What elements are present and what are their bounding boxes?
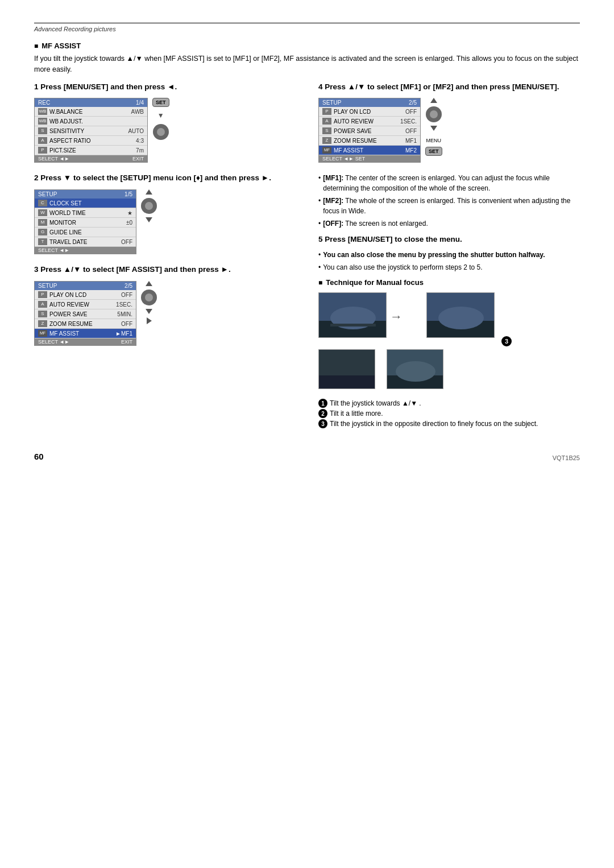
arrow-down-icon	[146, 309, 152, 314]
wb-icon: WB	[38, 108, 47, 115]
arrow-down-icon	[146, 217, 152, 222]
set-button[interactable]: SET	[425, 147, 442, 156]
page-number: 60	[34, 452, 44, 461]
focus-num-3: 3	[501, 336, 512, 346]
zoom2-icon: Z	[322, 137, 331, 144]
monitor-icon: M	[38, 219, 47, 226]
menu-row-mf-assist: MF MF ASSIST ►MF1	[35, 329, 136, 338]
menu-row: A AUTO REVIEW 1SEC.	[35, 300, 136, 309]
menu-row: M MONITOR ±0	[35, 218, 136, 228]
step5-heading: 5 Press [MENU/SET] to close the menu.	[318, 234, 580, 245]
clock-icon: C	[38, 200, 47, 206]
mf-assist-heading: MF ASSIST	[34, 42, 580, 50]
menu-row: A AUTO REVIEW 1SEC.	[319, 117, 420, 126]
menu-row: S POWER SAVE 5MIN.	[35, 309, 136, 319]
page-footer: 60 VQT1B25	[34, 452, 580, 461]
menu-row: P PLAY ON LCD OFF	[319, 107, 420, 117]
arrow-up-icon	[146, 281, 152, 286]
joystick[interactable]	[141, 290, 157, 305]
pict-icon: P	[38, 147, 47, 154]
step1-menu-footer: SELECT ◄► EXIT	[35, 155, 147, 162]
focus-arrow-1: →	[390, 309, 403, 324]
menu-row: P PICT.SIZE 7m	[35, 146, 147, 155]
model-number: VQT1B25	[553, 454, 580, 461]
joystick[interactable]	[426, 106, 442, 122]
step4-bullets: [MF1]: The center of the screen is enlar…	[318, 173, 580, 229]
menu-row: A ASPECT RATIO 4:3	[35, 136, 147, 146]
step5-bullet1: You can also close the menu by pressing …	[318, 250, 580, 260]
auto-rev2-icon: A	[322, 118, 331, 125]
play2-icon: P	[322, 108, 331, 115]
focus-bottom-row	[318, 349, 443, 389]
focus-label-2: 2 Tilt it a little more.	[318, 408, 580, 419]
step4-menu-footer: SELECT ◄► SET	[319, 155, 420, 162]
menu-row: C CLOCK SET	[35, 199, 136, 208]
svg-rect-3	[330, 324, 376, 326]
step1-menu: REC 1/4 WB W.BALANCE AWB WB WB ADJUST. S…	[34, 98, 148, 163]
step4-menu: SETUP 2/5 P PLAY ON LCD OFF A AUTO REVIE…	[318, 98, 421, 163]
focus-diagram: 1 →	[318, 292, 580, 389]
menu-row: W WORLD TIME ★	[35, 208, 136, 218]
page-header: Advanced Recording pictures	[34, 23, 580, 32]
svg-point-11	[396, 361, 435, 382]
world-icon: W	[38, 209, 47, 216]
focus-img-box-1	[318, 292, 387, 338]
arrow-right-icon	[147, 317, 152, 324]
bullet-mf1: [MF1]: The center of the screen is enlar…	[318, 173, 580, 193]
arrow-down-icon: ▼	[157, 111, 164, 119]
guide-icon: G	[38, 229, 47, 235]
power-icon: S	[38, 311, 47, 317]
step5-bullet2: You can also use the joystick to perform…	[318, 262, 580, 272]
arrow-up-icon	[430, 98, 437, 103]
step1-menu-title: REC 1/4	[35, 98, 147, 107]
mf-icon: MF	[38, 330, 47, 337]
focus-image-1: 1 →	[318, 292, 387, 338]
focus-img-small-1	[318, 349, 375, 389]
step1-controls: SET ▼	[152, 98, 169, 140]
menu-row: Z ZOOM RESUME OFF	[35, 319, 136, 329]
menu-row: Z ZOOM RESUME MF1	[319, 136, 420, 146]
arrow-down-icon	[430, 126, 437, 131]
menu-row: WB W.BALANCE AWB	[35, 107, 147, 117]
step2-menu: SETUP 1/5 C CLOCK SET W WORLD TIME ★ M M…	[34, 189, 136, 254]
travel-icon: T	[38, 238, 47, 245]
focus-img-box-2	[426, 292, 495, 338]
step2-menu-footer: SELECT ◄►	[35, 247, 136, 254]
step1-heading: 1 Press [MENU/SET] and then press ◄.	[34, 82, 296, 93]
step3-heading: 3 Press ▲/▼ to select [MF ASSIST] and th…	[34, 264, 296, 275]
power2-icon: S	[322, 127, 331, 134]
menu-row: S SENSITIVITY AUTO	[35, 126, 147, 136]
menu-row: WB WB ADJUST.	[35, 117, 147, 126]
menu-row: G GUIDE LINE	[35, 228, 136, 237]
step2-heading: 2 Press ▼ to select the [SETUP] menu ico…	[34, 173, 296, 184]
menu-label: MENU	[426, 138, 442, 143]
play-icon: P	[38, 291, 47, 298]
arrow-up-icon	[146, 189, 152, 195]
step4-controls: MENU SET	[425, 98, 442, 156]
mf2-icon: MF	[322, 147, 331, 154]
menu-row-mf2: MF MF ASSIST MF2	[319, 146, 420, 155]
step2-menu-title: SETUP 1/5	[35, 190, 136, 199]
svg-point-6	[438, 307, 484, 329]
bullet-mf2: [MF2]: The whole of the screen is enlarg…	[318, 196, 580, 216]
auto-rev-icon: A	[38, 301, 47, 308]
focus-img-small-2	[387, 349, 443, 389]
bullet-off: [OFF]: The screen is not enlarged.	[318, 218, 580, 229]
joystick[interactable]	[153, 124, 169, 140]
aspect-icon: A	[38, 137, 47, 144]
joystick[interactable]	[141, 198, 157, 214]
step3-menu-footer: SELECT ◄► EXIT	[35, 338, 136, 345]
focus-labels: 1 Tilt the joystick towards ▲/▼ . 2 Tilt…	[318, 398, 580, 429]
wbadj-icon: WB	[38, 118, 47, 125]
mf-assist-body: If you tilt the joystick towards ▲/▼ whe…	[34, 53, 580, 75]
menu-row: T TRAVEL DATE OFF	[35, 237, 136, 247]
step5-bullets: You can also close the menu by pressing …	[318, 250, 580, 272]
technique-heading: Technique for Manual focus	[318, 278, 580, 287]
focus-label-1: 1 Tilt the joystick towards ▲/▼ .	[318, 398, 580, 408]
sens-icon: S	[38, 127, 47, 134]
step3-controls	[141, 281, 157, 324]
step2-controls	[141, 189, 157, 222]
svg-rect-8	[319, 375, 375, 389]
focus-label-3: 3 Tilt the joystick in the opposite dire…	[318, 419, 580, 429]
set-button[interactable]: SET	[152, 98, 169, 107]
